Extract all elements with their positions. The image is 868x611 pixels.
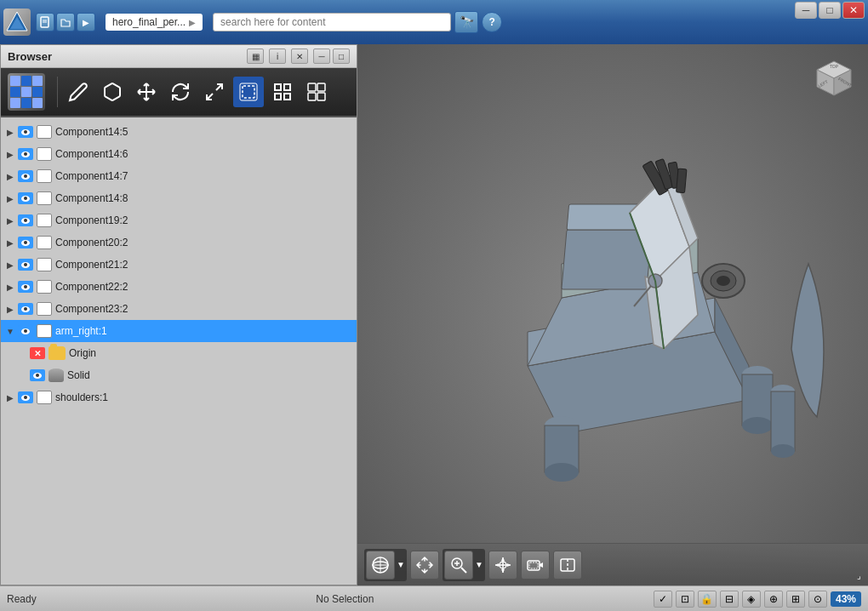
pan-button[interactable] — [410, 551, 439, 580]
tree-arrow-arm-right[interactable]: ▼ — [4, 325, 16, 337]
viewport-toolbar: ▼ ▼ — [357, 543, 868, 585]
tree-item-comp14-5[interactable]: ▶Component14:5 — [1, 121, 357, 143]
ready-status: Ready — [7, 593, 37, 605]
solid-icon-solid — [49, 368, 64, 382]
visibility-icon-shoulders[interactable] — [18, 391, 33, 403]
camera-copy-button[interactable] — [521, 551, 550, 580]
folder-icon-origin — [49, 346, 66, 360]
tree-item-arm-right[interactable]: ▼arm_right:1 — [1, 320, 357, 342]
look-at-button[interactable] — [488, 551, 517, 580]
status-material-button[interactable]: ◈ — [742, 591, 761, 608]
close-button[interactable]: ✕ — [842, 2, 865, 19]
rotate-tool-button[interactable] — [165, 77, 196, 107]
search-button[interactable]: 🔭 — [454, 11, 478, 33]
tree-arrow-origin[interactable] — [16, 347, 28, 359]
visibility-icon-arm-right[interactable] — [18, 325, 33, 337]
status-lock-button[interactable]: 🔒 — [698, 591, 717, 608]
status-select-button[interactable]: ⊡ — [676, 591, 694, 608]
visibility-icon-comp14-8[interactable] — [18, 192, 33, 204]
tree-item-comp19-2[interactable]: ▶Component19:2 — [1, 209, 357, 231]
visibility-icon-comp19-2[interactable] — [18, 214, 33, 226]
maximize-button[interactable]: □ — [819, 2, 841, 19]
zoom-button[interactable] — [444, 551, 473, 580]
tree-arrow-comp14-5[interactable]: ▶ — [4, 126, 16, 138]
grid-tool-button[interactable] — [267, 77, 298, 107]
tree-arrow-shoulders[interactable]: ▶ — [4, 391, 16, 403]
panel-minimize-button[interactable]: ─ — [313, 49, 330, 64]
orbit-button[interactable] — [366, 551, 395, 580]
visibility-icon-comp22-2[interactable] — [18, 281, 33, 293]
svg-point-38 — [742, 417, 773, 434]
component-icon-comp19-2 — [37, 214, 52, 227]
scale-tool-button[interactable] — [199, 77, 230, 107]
tree-arrow-solid[interactable] — [16, 369, 28, 381]
component-tool-button[interactable] — [301, 77, 332, 107]
svg-marker-69 — [501, 569, 505, 573]
visibility-icon-comp14-6[interactable] — [18, 148, 33, 160]
tree-arrow-comp14-7[interactable]: ▶ — [4, 170, 16, 182]
search-input[interactable] — [213, 13, 451, 31]
tree-item-comp23-2[interactable]: ▶Component23:2 — [1, 298, 357, 320]
tree-arrow-comp23-2[interactable]: ▶ — [4, 303, 16, 315]
panel-maximize-button[interactable]: □ — [333, 49, 350, 64]
tree-arrow-comp19-2[interactable]: ▶ — [4, 214, 16, 226]
toolbar-edge: ⌟ — [857, 571, 861, 580]
status-origin-button[interactable]: ⊕ — [764, 591, 783, 608]
tree-item-comp22-2[interactable]: ▶Component22:2 — [1, 276, 357, 298]
visibility-icon-solid[interactable] — [30, 369, 45, 381]
titlebar-nav-buttons: ▶ — [36, 13, 95, 31]
tree-item-shoulders[interactable]: ▶shoulders:1 — [1, 386, 357, 408]
tree-item-comp14-8[interactable]: ▶Component14:8 — [1, 187, 357, 209]
minimize-button[interactable]: ─ — [795, 2, 817, 19]
tree-arrow-comp22-2[interactable]: ▶ — [4, 281, 16, 293]
viewport-3d[interactable]: TOP LEFT FRONT ▼ ▼ — [357, 44, 868, 585]
move-tool-button[interactable] — [131, 77, 162, 107]
tree-item-comp14-6[interactable]: ▶Component14:6 — [1, 143, 357, 165]
view-cube[interactable]: TOP LEFT FRONT — [808, 53, 859, 104]
visibility-error-icon-origin[interactable]: ✕ — [30, 347, 45, 359]
select-box-tool-button[interactable] — [233, 77, 264, 107]
tree-label-solid: Solid — [67, 369, 90, 381]
component-icon-shoulders — [37, 391, 52, 404]
tree-arrow-comp21-2[interactable]: ▶ — [4, 259, 16, 271]
browser-close-button[interactable]: ✕ — [291, 49, 308, 64]
tree-item-origin[interactable]: ✕Origin — [1, 342, 357, 364]
visibility-icon-comp14-5[interactable] — [18, 126, 33, 138]
help-button[interactable]: ? — [482, 12, 502, 32]
component-icon-comp20-2 — [37, 236, 52, 249]
component-icon-comp21-2 — [37, 258, 52, 271]
pencil-tool-button[interactable] — [63, 77, 94, 107]
component-icon-comp14-7 — [37, 169, 52, 183]
status-grid-button[interactable]: ⊞ — [786, 591, 805, 608]
open-file-button[interactable] — [56, 13, 75, 31]
tree-arrow-comp14-6[interactable]: ▶ — [4, 148, 16, 160]
zoom-dropdown[interactable]: ▼ — [475, 560, 483, 569]
orbit-dropdown[interactable]: ▼ — [397, 560, 405, 569]
svg-point-26 — [717, 276, 730, 286]
browser-panel: Browser ▦ i ✕ ─ □ — [0, 44, 357, 585]
visibility-icon-comp20-2[interactable] — [18, 237, 33, 248]
visibility-icon-comp14-7[interactable] — [18, 170, 33, 182]
visibility-icon-comp23-2[interactable] — [18, 303, 33, 315]
modeling-toolbar — [1, 68, 357, 117]
visibility-icon-comp21-2[interactable] — [18, 259, 33, 271]
forward-button[interactable]: ▶ — [77, 13, 95, 31]
tree-item-solid[interactable]: Solid — [1, 364, 357, 386]
browser-grid-button[interactable]: ▦ — [247, 49, 264, 64]
tree-item-comp14-7[interactable]: ▶Component14:7 — [1, 165, 357, 187]
browser-info-button[interactable]: i — [269, 49, 286, 64]
status-check-button[interactable]: ✓ — [654, 591, 672, 608]
tree-item-comp21-2[interactable]: ▶Component21:2 — [1, 254, 357, 276]
svg-rect-12 — [284, 94, 290, 100]
tree-arrow-comp20-2[interactable]: ▶ — [4, 237, 16, 248]
box-tool-button[interactable] — [97, 77, 128, 107]
section-view-button[interactable] — [553, 551, 582, 580]
status-display-button[interactable]: ⊙ — [808, 591, 827, 608]
tree-arrow-comp14-8[interactable]: ▶ — [4, 192, 16, 204]
status-layers-button[interactable]: ⊟ — [720, 591, 739, 608]
toolbar-separator — [57, 77, 58, 107]
model-svg — [391, 94, 834, 536]
zoom-button-group: ▼ — [443, 549, 485, 581]
new-file-button[interactable] — [36, 13, 54, 31]
tree-item-comp20-2[interactable]: ▶Component20:2 — [1, 231, 357, 254]
